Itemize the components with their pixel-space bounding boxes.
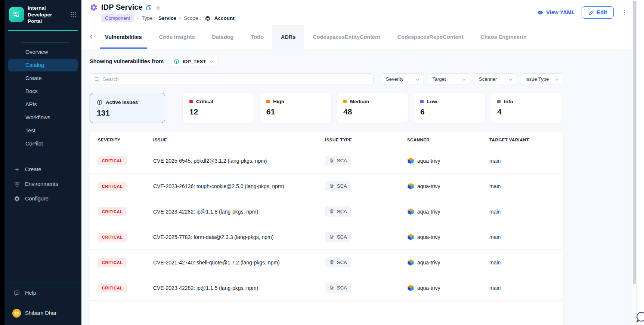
tab-vulnerabilities[interactable]: Vulnerabilities: [96, 25, 151, 49]
table-row[interactable]: CRITICAL CVE-2025-6545: pbkdf2@3.1.2 (la…: [90, 148, 563, 174]
column-target-variant: TARGET VARIANT: [489, 138, 555, 142]
sidebar: Internal Developer Portal Overview Catal…: [4, 0, 81, 325]
issue-title: CVE-2025-6545: pbkdf2@3.1.2 (lang-pkgs, …: [153, 158, 325, 164]
target-variant: main: [489, 158, 555, 164]
search-input-wrapper: [90, 73, 374, 85]
scanner-name: aqua-trivy: [417, 260, 440, 266]
chat-widget-icon[interactable]: [636, 312, 644, 323]
plus-icon: +: [14, 166, 20, 173]
severity-badge: CRITICAL: [98, 182, 127, 191]
target-filter[interactable]: Target: [428, 73, 471, 85]
table-row[interactable]: CRITICAL CVE-2023-42282: ip@1.1.8 (lang-…: [90, 199, 563, 224]
scanner-name: aqua-trivy: [417, 158, 440, 164]
low-card[interactable]: Low 6: [413, 93, 486, 123]
sidebar-nav: Overview Catalog Create Docs APIs Workfl…: [4, 43, 81, 150]
scanner-filter[interactable]: Scanner: [474, 73, 517, 85]
tab-adrs[interactable]: ADRs: [272, 25, 304, 49]
scrollbar-thumb[interactable]: [633, 1, 636, 284]
sidebar-action-create[interactable]: + Create: [4, 162, 81, 177]
vulnerabilities-panel: Showing vulnerabilities from IDP_TEST Se…: [81, 49, 644, 325]
table-row[interactable]: CRITICAL CVE-2021-42740: shell-quote@1.7…: [90, 250, 563, 275]
vertical-scrollbar[interactable]: [632, 0, 637, 325]
tab-todo[interactable]: Todo: [242, 25, 272, 49]
severity-badge: CRITICAL: [98, 233, 127, 242]
user-menu[interactable]: SD Shibam Dhar: [4, 303, 81, 323]
type-label: Type :: [142, 15, 155, 21]
sidebar-item-overview[interactable]: Overview: [8, 46, 78, 58]
project-dropdown[interactable]: IDP_TEST: [169, 56, 219, 67]
medium-card[interactable]: Medium 48: [336, 93, 409, 123]
help-icon: [14, 289, 20, 296]
issue-title: CVE-2023-42282: ip@1.1.5 (lang-pkgs, npm…: [153, 285, 325, 291]
edit-button[interactable]: Edit: [582, 6, 614, 19]
more-options-icon[interactable]: [620, 8, 628, 16]
search-input[interactable]: [103, 76, 369, 82]
target-variant: main: [489, 234, 555, 240]
sidebar-header: Internal Developer Portal: [4, 0, 81, 29]
info-dot: [497, 100, 501, 103]
divider: [13, 157, 76, 157]
sidebar-item-test[interactable]: Test: [8, 124, 78, 137]
fingerprint-icon: [329, 158, 334, 164]
sidebar-action-configure[interactable]: Configure: [4, 191, 81, 206]
copy-icon[interactable]: [146, 4, 152, 11]
sidebar-footer: Help SD Shibam Dhar: [4, 282, 81, 325]
critical-dot: [189, 100, 193, 103]
issue-type-chip: SCA: [325, 156, 351, 166]
table-row[interactable]: CRITICAL CVE-2023-26136: tough-cookie@2.…: [90, 174, 563, 199]
scope-value: Account: [214, 15, 235, 21]
portal-logo[interactable]: [9, 7, 24, 22]
issue-title: CVE-2023-42282: ip@1.1.8 (lang-pkgs, npm…: [153, 209, 325, 215]
page-title: IDP Service: [101, 3, 143, 12]
help-button[interactable]: Help: [4, 282, 81, 303]
table-row[interactable]: CRITICAL CVE-2025-7783: form-data@2.3.3 …: [90, 224, 563, 250]
tab-datadog[interactable]: Datadog: [203, 25, 242, 49]
entity-kind-badge[interactable]: Component: [101, 14, 134, 22]
tab-codespaces-entity-content[interactable]: CodespacesEntityContent: [304, 25, 388, 49]
apps-grid-icon[interactable]: [71, 11, 77, 18]
issue-type-chip: SCA: [325, 283, 351, 293]
layers-icon: [205, 15, 211, 21]
portal-title: Internal Developer Portal: [28, 5, 67, 25]
issue-type-chip: SCA: [325, 181, 351, 191]
sidebar-item-docs[interactable]: Docs: [8, 85, 78, 98]
star-icon[interactable]: [155, 4, 161, 10]
severity-filter[interactable]: Severity: [381, 73, 424, 85]
severity-badge: CRITICAL: [98, 258, 127, 267]
column-scanner: SCANNER: [407, 138, 489, 142]
info-card[interactable]: Info 4: [490, 93, 563, 123]
severity-badge: CRITICAL: [98, 207, 127, 216]
scanner-name: aqua-trivy: [417, 234, 440, 240]
table-row[interactable]: CRITICAL CVE-2023-42282: ip@1.1.5 (lang-…: [90, 275, 563, 301]
target-variant: main: [489, 209, 555, 215]
view-yaml-button[interactable]: View YAML: [537, 9, 575, 16]
tab-codespaces-repo-content[interactable]: CodespacesRepoContent: [389, 25, 472, 49]
tabs-scroll-left-icon[interactable]: [86, 25, 96, 49]
high-card[interactable]: High 61: [259, 93, 332, 123]
chevron-down-icon: [415, 76, 420, 82]
fingerprint-icon: [329, 234, 334, 240]
main-panel: IDP Service Component Type : Service Sco…: [81, 0, 644, 325]
scanner-name: aqua-trivy: [417, 209, 440, 215]
critical-card[interactable]: Critical 12: [182, 93, 255, 123]
scanner-name: aqua-trivy: [417, 183, 440, 189]
tab-code-insights[interactable]: Code Insights: [151, 25, 204, 49]
right-gutter: [637, 0, 644, 325]
fingerprint-icon: [329, 285, 334, 291]
target-variant: main: [489, 183, 555, 189]
active-issues-card[interactable]: Active Issues 131: [90, 93, 165, 123]
dot-separator: [137, 18, 139, 19]
sidebar-item-copilot[interactable]: CoPilot: [8, 137, 78, 150]
sidebar-item-workflows[interactable]: Workflows: [8, 111, 78, 124]
chevron-down-icon: [462, 76, 466, 82]
sidebar-item-catalog[interactable]: Catalog: [8, 59, 78, 71]
severity-badge: CRITICAL: [98, 156, 127, 165]
issue-type-filter[interactable]: Issue Type: [521, 73, 564, 85]
tab-chaos-engineering[interactable]: Chaos Engineerin: [472, 25, 535, 49]
trivy-icon: [407, 233, 414, 240]
sidebar-item-create[interactable]: Create: [8, 72, 78, 85]
showing-vulnerabilities-label: Showing vulnerabilities from: [90, 58, 164, 64]
fingerprint-icon: [329, 209, 334, 215]
sidebar-item-apis[interactable]: APIs: [8, 98, 78, 111]
sidebar-action-environments[interactable]: Environments: [4, 177, 81, 191]
